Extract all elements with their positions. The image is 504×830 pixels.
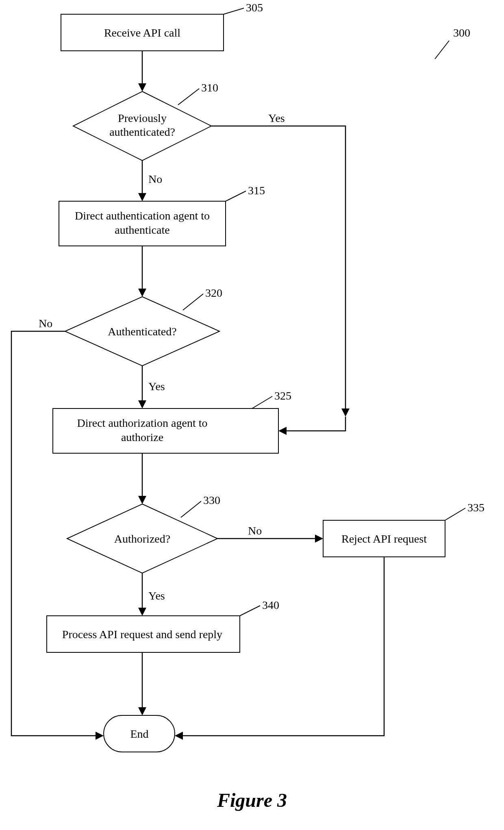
svg-marker-6 bbox=[278, 427, 287, 435]
edge-320-yes: Yes bbox=[148, 380, 165, 393]
svg-marker-13 bbox=[96, 732, 104, 740]
node-325-text1: Direct authorization agent to bbox=[77, 417, 207, 429]
svg-marker-3 bbox=[138, 83, 146, 91]
svg-line-1 bbox=[224, 8, 244, 14]
svg-line-0 bbox=[435, 41, 449, 59]
svg-marker-8 bbox=[138, 193, 146, 201]
edge-310-yes: Yes bbox=[268, 112, 285, 124]
node-340-text: Process API request and send reply bbox=[62, 628, 222, 641]
node-325 bbox=[53, 408, 278, 453]
node-315-text2: authenticate bbox=[115, 224, 169, 236]
node-310-ref: 310 bbox=[201, 81, 218, 94]
svg-line-12 bbox=[183, 294, 203, 310]
edge-310-no: No bbox=[148, 173, 162, 185]
svg-marker-5 bbox=[341, 408, 350, 417]
node-340-ref: 340 bbox=[262, 599, 279, 611]
figure-caption: Figure 3 bbox=[217, 789, 287, 811]
node-330-ref: 330 bbox=[203, 494, 220, 506]
edge-320-no: No bbox=[39, 317, 52, 330]
node-335-text: Reject API request bbox=[341, 532, 427, 545]
node-305-ref: 305 bbox=[246, 1, 263, 14]
svg-marker-23 bbox=[175, 732, 183, 740]
svg-marker-25 bbox=[138, 608, 146, 616]
node-310-text1: Previously bbox=[118, 112, 167, 124]
svg-marker-28 bbox=[138, 707, 146, 715]
svg-marker-18 bbox=[138, 496, 146, 504]
node-325-text2: authorize bbox=[121, 431, 163, 443]
node-335-ref: 335 bbox=[467, 501, 484, 514]
svg-line-26 bbox=[240, 606, 260, 616]
node-315-text1: Direct authentication agent to bbox=[75, 209, 210, 222]
edge-330-yes: Yes bbox=[148, 589, 165, 602]
svg-marker-21 bbox=[315, 535, 323, 543]
node-330-text: Authorized? bbox=[114, 532, 170, 545]
svg-line-19 bbox=[181, 501, 201, 517]
svg-marker-15 bbox=[138, 400, 146, 408]
node-end-text: End bbox=[130, 728, 148, 740]
figure-ref: 300 bbox=[453, 26, 470, 39]
node-305-text: Receive API call bbox=[104, 26, 180, 39]
node-320-text: Authenticated? bbox=[108, 325, 176, 338]
node-320-ref: 320 bbox=[205, 287, 222, 299]
svg-line-22 bbox=[445, 508, 465, 520]
node-310-text2: authenticated? bbox=[109, 126, 175, 138]
svg-line-4 bbox=[178, 89, 199, 105]
edge-330-no: No bbox=[248, 524, 262, 537]
svg-line-9 bbox=[226, 191, 246, 201]
node-325-ref: 325 bbox=[274, 389, 291, 402]
flowchart: 300 Receive API call 305 Previously auth… bbox=[0, 0, 504, 830]
svg-line-16 bbox=[252, 396, 272, 408]
node-315-ref: 315 bbox=[248, 184, 265, 197]
svg-marker-11 bbox=[138, 289, 146, 297]
